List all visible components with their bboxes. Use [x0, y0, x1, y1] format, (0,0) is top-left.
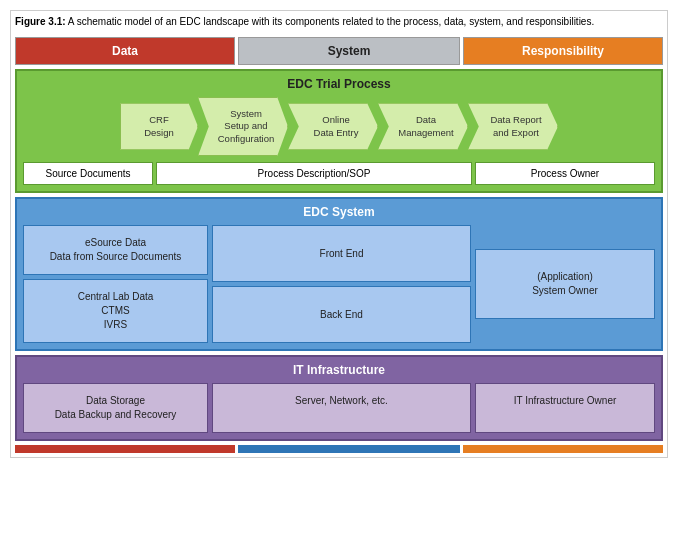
figure-text: A schematic model of an EDC landscape wi…: [68, 16, 594, 27]
chevrons-row: CRFDesign SystemSetup andConfiguration O…: [23, 97, 655, 156]
responsibility-column-header: Responsibility: [463, 37, 663, 65]
process-owner-label: Process Owner: [475, 162, 655, 185]
system-right: (Application)System Owner: [475, 225, 655, 343]
system-column-header: System: [238, 37, 460, 65]
infra-content: Data StorageData Backup and Recovery Ser…: [23, 383, 655, 433]
edc-system-title: EDC System: [23, 205, 655, 219]
figure-number: Figure 3.1:: [15, 16, 66, 27]
diagram-container: Figure 3.1: A schematic model of an EDC …: [10, 10, 668, 458]
edc-trial-title: EDC Trial Process: [23, 77, 655, 91]
it-infra-block: IT Infrastructure Data StorageData Backu…: [15, 355, 663, 441]
chevron-setup: SystemSetup andConfiguration: [198, 97, 288, 156]
data-column-header: Data: [15, 37, 235, 65]
chevron-management: DataManagement: [378, 103, 468, 150]
system-left: eSource DataData from Source Documents C…: [23, 225, 208, 343]
labels-row: Source Documents Process Description/SOP…: [23, 162, 655, 185]
source-documents-label: Source Documents: [23, 162, 153, 185]
figure-caption: Figure 3.1: A schematic model of an EDC …: [15, 15, 655, 29]
edc-trial-block: EDC Trial Process CRFDesign SystemSetup …: [15, 69, 663, 193]
strip-orange: [463, 445, 663, 453]
it-owner-box: IT Infrastructure Owner: [475, 383, 655, 433]
bottom-strip: [15, 445, 663, 453]
front-end-box: Front End: [212, 225, 471, 282]
system-content: eSource DataData from Source Documents C…: [23, 225, 655, 343]
edc-system-block: EDC System eSource DataData from Source …: [15, 197, 663, 351]
data-storage-box: Data StorageData Backup and Recovery: [23, 383, 208, 433]
esource-box: eSource DataData from Source Documents: [23, 225, 208, 275]
back-end-box: Back End: [212, 286, 471, 343]
app-system-owner-box: (Application)System Owner: [475, 249, 655, 319]
chevron-crf: CRFDesign: [120, 103, 198, 150]
it-infra-title: IT Infrastructure: [23, 363, 655, 377]
process-description-label: Process Description/SOP: [156, 162, 472, 185]
system-center: Front End Back End: [212, 225, 471, 343]
strip-blue: [238, 445, 460, 453]
column-headers: Data System Responsibility: [15, 37, 663, 65]
central-lab-box: Central Lab DataCTMSIVRS: [23, 279, 208, 343]
chevron-report: Data Reportand Export: [468, 103, 558, 150]
server-network-box: Server, Network, etc.: [212, 383, 471, 433]
strip-red: [15, 445, 235, 453]
chevron-entry: OnlineData Entry: [288, 103, 378, 150]
